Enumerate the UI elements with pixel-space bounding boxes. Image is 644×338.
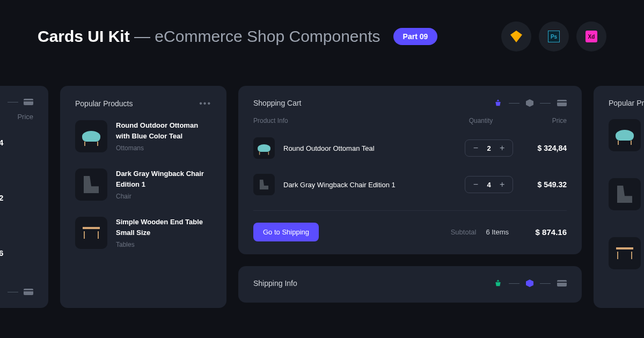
cart-item-name: Round Outdoor Ottoman Teal [283,144,465,152]
product-thumb [75,217,107,249]
popular-products-card: Popular Products ••• Round Outdoor Ottom… [60,86,226,308]
quantity-stepper[interactable]: − 4 + [465,176,513,193]
card-title: Shopping Cart [253,99,302,107]
page-title: Cards UI Kit — eCommerce Shop Components [38,27,380,46]
step-line [540,283,551,284]
box-icon [526,280,533,287]
qty-value: 4 [487,181,491,189]
basket-icon [494,99,502,107]
shipping-info-card: Shipping Info [238,266,582,303]
product-item[interactable]: Simple Wooden End Table Small Size Table… [75,217,211,249]
product-thumb [609,178,641,210]
product-category: Ottomans [116,144,211,152]
more-button[interactable]: ••• [199,99,211,108]
product-name: Simple Wooden End Table Small Size [116,217,211,238]
cart-item-price: $ 549.32 [513,180,567,189]
subtotal-items: 6 Items [486,228,509,236]
product-item[interactable] [609,178,644,210]
col-product-info: Product Info [253,117,449,124]
step-line [509,283,519,284]
qty-plus-button[interactable]: + [499,143,506,153]
go-to-shipping-button[interactable]: Go to Shipping [253,223,319,241]
shopping-cart-card: Shopping Cart Product Info Quantity Pric… [238,86,582,254]
product-thumb [75,120,107,152]
sketch-icon [501,21,531,52]
step-line [540,103,551,104]
credit-card-icon [557,100,567,106]
credit-card-icon [557,280,567,286]
cart-row: Dark Gray Wingback Chair Edition 1 − 4 +… [253,174,567,195]
popular-products-card-right: Popular Pr [594,86,644,308]
product-name: Dark Gray Wingback Chair Edition 1 [116,168,211,189]
credit-card-icon [24,99,33,105]
basket-icon [494,279,502,288]
subtotal-label: Subtotal [451,228,477,236]
card-title: Shipping Info [253,279,297,288]
price-value: $ 549.32 [0,193,33,202]
qty-minus-button[interactable]: − [472,180,479,189]
product-thumb [75,168,107,201]
cart-row: Round Outdoor Ottoman Teal − 2 + $ 324,8… [253,137,567,159]
col-quantity: Quantity [449,117,513,124]
product-thumb [609,119,641,151]
product-name: Round Outdoor Ottoman with Blue Color Te… [116,120,211,141]
price-value: $ 874.16 [0,248,33,258]
product-thumb [609,237,641,269]
photoshop-icon: Ps [539,21,569,52]
step-line [509,103,519,104]
price-value: $ 324,84 [0,138,33,147]
card-title: Popular Pr [609,99,644,107]
cart-thumb [253,174,275,195]
subtotal-total: $ 874.16 [518,227,567,237]
product-item[interactable]: Dark Gray Wingback Chair Edition 1 Chair [75,168,211,201]
product-category: Tables [116,241,211,248]
cart-item-price: $ 324,84 [513,144,567,152]
box-icon [526,99,533,107]
credit-card-icon [24,289,33,295]
cart-item-name: Dark Gray Wingback Chair Edition 1 [283,181,465,189]
product-category: Chair [116,193,211,200]
price-header: Price [0,113,33,121]
qty-value: 2 [487,144,491,152]
qty-plus-button[interactable]: + [499,180,506,189]
card-title: Popular Products [75,99,133,108]
part-badge: Part 09 [393,28,438,45]
qty-minus-button[interactable]: − [472,143,479,153]
col-price: Price [513,117,567,124]
xd-icon: Xd [576,21,606,52]
price-card-left: Price $ 324,84 $ 549.32 $ 874.16 [0,86,48,308]
product-item[interactable]: Round Outdoor Ottoman with Blue Color Te… [75,120,211,152]
cart-thumb [253,137,275,159]
product-item[interactable] [609,237,644,269]
quantity-stepper[interactable]: − 2 + [465,139,513,157]
product-item[interactable] [609,119,644,151]
